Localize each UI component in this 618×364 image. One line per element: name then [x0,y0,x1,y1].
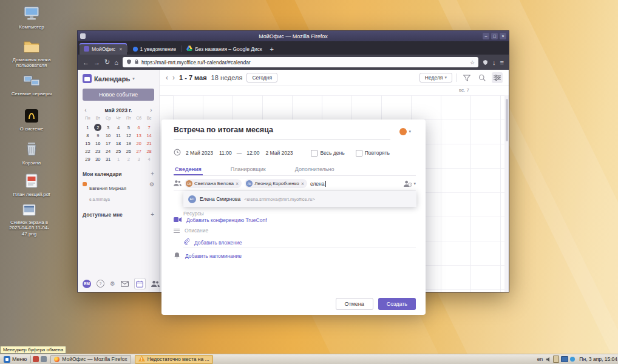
close-button[interactable] [500,33,506,39]
mini-day[interactable]: 29 [84,155,91,163]
updates-tray-icon[interactable] [570,357,575,362]
mini-day[interactable]: 3 [104,124,112,131]
calendar-app-icon[interactable] [134,278,146,289]
calendar-settings-icon[interactable] [149,181,154,187]
home-button[interactable] [114,59,118,66]
availability-icon[interactable] [404,180,416,187]
view-select[interactable]: Неделя [419,73,452,83]
tab-details[interactable]: Сведения [174,163,203,175]
mini-day[interactable]: 4 [115,124,122,131]
mini-day[interactable]: 13 [135,132,143,139]
end-date-field[interactable]: 2 Май 2023 [264,149,294,157]
end-time-field[interactable]: 12:00 [245,149,260,157]
participant-chip[interactable]: СБ Светлана Белова × [185,179,242,188]
add-shared-calendar-button[interactable] [151,211,154,218]
quick-launch-icon[interactable] [33,356,39,362]
mini-day[interactable]: 2 [94,124,101,131]
url-bar[interactable]: https://mail-mrt.myoffice.ru/f-calendar/… [123,57,478,67]
tab-scheduler[interactable]: Планировщик [229,163,267,175]
mini-day[interactable]: 11 [115,132,122,139]
user-avatar[interactable]: ЕМ [83,280,91,288]
shield-icon[interactable] [126,59,132,66]
mini-day[interactable]: 3 [135,155,143,163]
day-header-sunday[interactable]: вс, 7 [459,87,469,93]
tab-notification[interactable]: 1 уведомление [129,43,181,55]
filter-icon[interactable] [461,72,472,83]
shield-permissions-icon[interactable] [483,57,488,68]
lock-icon[interactable] [134,59,139,66]
mini-day[interactable]: 25 [115,147,122,155]
mini-day[interactable]: 30 [94,155,101,163]
resources-field[interactable]: Ресурсы [183,211,204,217]
desktop-icon-computer[interactable]: Компьютер [7,6,56,30]
mini-day[interactable]: 4 [146,155,153,163]
add-conference-link[interactable]: Добавить конференцию TrueConf [186,217,267,223]
prev-month-button[interactable] [83,107,89,113]
tab-google-drive[interactable]: Без названия – Google Диск [182,43,267,55]
mini-day[interactable]: 22 [84,147,91,155]
desktop-icon-network[interactable]: Сетевые серверы [7,75,56,96]
mini-day[interactable]: 23 [94,147,101,155]
participant-search-input[interactable]: елена [310,181,326,187]
keyboard-layout-indicator[interactable]: en [536,356,544,362]
mini-day[interactable]: 31 [104,155,112,163]
mini-day[interactable]: 16 [94,140,101,147]
repeat-checkbox[interactable]: Повторять [356,150,390,157]
calendar-list-item[interactable]: Евгения Мирная e.a.mirnaya [83,181,154,203]
tab-advanced[interactable]: Дополнительно [294,163,336,175]
mini-day[interactable]: 18 [115,140,122,147]
add-calendar-button[interactable] [151,170,154,177]
participants-field[interactable]: СБ Светлана Белова × ЛК Леонид Коробченк… [174,177,416,190]
add-attachment-link[interactable]: Добавить вложение [194,240,242,246]
volume-icon[interactable] [546,357,551,362]
mini-day[interactable]: 7 [146,124,153,131]
add-reminder-link[interactable]: Добавить напоминание [185,253,242,259]
mini-day[interactable]: 24 [104,147,112,155]
next-week-button[interactable] [172,73,175,82]
network-tray-icon[interactable] [561,356,568,362]
desktop-icon-screenshot-file[interactable]: Снимок экрана в 2023-04-03 11-04-47.png [5,204,53,237]
mini-day[interactable]: 20 [135,140,143,147]
desktop-icon-pdf-file[interactable]: План лекций.pdf [7,174,56,197]
menu-button[interactable]: Меню [2,356,29,363]
today-button[interactable]: Сегодня [246,73,277,83]
prev-week-button[interactable] [166,73,168,82]
tab-close-icon[interactable]: × [119,46,122,52]
clipboard-tray-icon[interactable] [553,356,559,363]
contacts-app-icon[interactable] [151,280,160,287]
app-switcher[interactable]: Календарь [83,74,154,83]
mail-app-icon[interactable] [121,281,129,287]
cancel-button[interactable]: Отмена [336,298,373,310]
mini-day[interactable]: 12 [125,132,132,139]
task-disk-warning[interactable]: Недостаточно места на ... [135,355,213,364]
hamburger-menu-icon[interactable] [500,59,504,66]
desktop-icon-about-system[interactable]: О системе [7,109,56,132]
event-color-picker[interactable] [399,128,411,135]
participant-chip[interactable]: ЛК Леонид Коробченко × [245,179,307,188]
mini-day[interactable]: 2 [125,155,132,163]
mini-day[interactable]: 8 [84,132,91,139]
help-icon[interactable] [97,280,104,288]
settings-sliders-icon[interactable] [492,72,503,83]
task-firefox[interactable]: МойОфис — Mozilla Firefox [50,355,131,364]
mini-day[interactable]: 19 [125,140,132,147]
mini-day[interactable]: 17 [104,140,112,147]
maximize-button[interactable] [491,33,498,39]
vertical-scrollbar[interactable] [504,95,509,292]
mini-day[interactable]: 14 [146,132,153,139]
downloads-icon[interactable] [492,59,496,66]
description-field[interactable]: Описание [185,228,208,234]
mini-day[interactable]: 28 [146,147,153,155]
mini-day[interactable]: 9 [94,132,101,139]
next-month-button[interactable] [148,107,154,113]
mini-day[interactable]: 21 [146,140,153,147]
mini-day[interactable]: 10 [104,132,112,139]
forward-button[interactable] [93,59,100,66]
bookmark-star-icon[interactable] [470,59,475,66]
create-button[interactable]: Создать [378,298,416,310]
reload-button[interactable] [104,58,110,66]
tab-myoffice[interactable]: МойОфис × [80,43,127,55]
remove-participant-icon[interactable]: × [236,181,239,187]
mini-day[interactable]: 1 [84,124,91,131]
mini-day[interactable]: 1 [115,155,122,163]
